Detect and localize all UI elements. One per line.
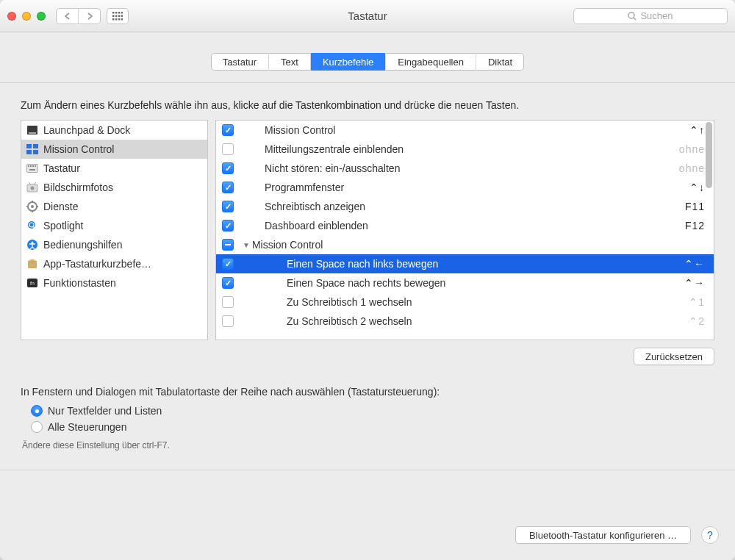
shortcut-checkbox[interactable] — [222, 143, 234, 155]
svg-rect-17 — [33, 144, 38, 148]
category-item[interactable]: Dienste — [21, 197, 207, 216]
category-icon — [26, 162, 39, 174]
svg-rect-6 — [118, 15, 121, 17]
svg-rect-23 — [32, 165, 34, 167]
shortcut-row[interactable]: Mission Control⌃↑ — [216, 121, 714, 140]
svg-point-12 — [628, 12, 634, 18]
category-list[interactable]: Launchpad & DockMission ControlTastaturB… — [21, 120, 208, 340]
reset-button[interactable]: Zurücksetzen — [634, 348, 714, 365]
shortcut-row[interactable]: Nicht stören: ein-/ausschaltenohne — [216, 159, 714, 178]
category-item[interactable]: Spotlight — [21, 216, 207, 235]
shortcut-checkbox[interactable] — [222, 239, 234, 251]
shortcut-keys[interactable]: ohne — [679, 162, 705, 174]
shortcut-checkbox[interactable] — [222, 124, 234, 136]
shortcut-row[interactable]: Mitteilungszentrale einblendenohne — [216, 140, 714, 159]
shortcut-keys[interactable]: F11 — [685, 201, 705, 212]
disclosure-triangle-icon[interactable]: ▼ — [243, 241, 250, 249]
category-label: Bildschirmfotos — [43, 182, 113, 193]
tab-diktat[interactable]: Diktat — [476, 53, 524, 71]
category-label: Spotlight — [43, 220, 83, 231]
close-window-button[interactable] — [7, 12, 16, 21]
bluetooth-keyboard-button[interactable]: Bluetooth-Tastatur konfigurieren … — [515, 526, 691, 544]
shortcut-label: Einen Space nach rechts bewegen — [287, 277, 677, 289]
svg-point-27 — [31, 187, 35, 190]
category-icon: fn — [26, 277, 39, 289]
category-item[interactable]: Bildschirmfotos — [21, 178, 207, 197]
category-label: Dienste — [43, 201, 78, 212]
tab-text[interactable]: Text — [269, 53, 311, 71]
shortcut-row[interactable]: Zu Schreibtisch 1 wechseln⌃1 — [216, 292, 714, 312]
shortcut-checkbox[interactable] — [222, 258, 234, 270]
shortcut-keys[interactable]: F12 — [685, 220, 705, 231]
tab-tastatur[interactable]: Tastatur — [211, 53, 269, 71]
svg-rect-5 — [115, 15, 118, 17]
shortcut-keys[interactable]: ⌃↓ — [689, 182, 705, 193]
svg-line-13 — [634, 18, 636, 20]
scrollbar[interactable] — [706, 122, 712, 188]
svg-rect-22 — [30, 165, 32, 167]
shortcut-label: Nicht stören: ein-/ausschalten — [265, 162, 672, 174]
shortcut-list[interactable]: Mission Control⌃↑Mitteilungszentrale ein… — [215, 120, 714, 340]
show-all-button[interactable] — [107, 8, 129, 24]
radio-all-controls[interactable]: Alle Steuerungen — [31, 421, 714, 433]
back-button[interactable] — [56, 8, 78, 24]
forward-button[interactable] — [79, 8, 101, 24]
radio-section-label: In Fenstern und Dialogen mit Tabulatorta… — [21, 386, 714, 398]
category-item[interactable]: Mission Control — [21, 140, 207, 159]
shortcut-row[interactable]: Zu Schreibtisch 2 wechseln⌃2 — [216, 312, 714, 331]
shortcut-row[interactable]: Dashboard einblendenF12 — [216, 216, 714, 235]
category-label: App-Tastaturkurzbefe… — [43, 258, 151, 270]
svg-rect-15 — [29, 132, 36, 134]
shortcut-checkbox[interactable] — [222, 277, 234, 289]
shortcut-label: Zu Schreibtisch 1 wechseln — [287, 296, 681, 308]
shortcut-row[interactable]: Schreibtisch anzeigenF11 — [216, 197, 714, 216]
search-placeholder: Suchen — [640, 10, 673, 21]
category-item[interactable]: Launchpad & Dock — [21, 121, 207, 140]
tab-kurzbefehle[interactable]: Kurzbefehle — [311, 53, 386, 71]
radio-button[interactable] — [31, 405, 43, 417]
shortcuts-panel: Zum Ändern eines Kurzbefehls wähle ihn a… — [0, 82, 735, 470]
shortcut-checkbox[interactable] — [222, 201, 234, 212]
shortcut-label: Einen Space nach links bewegen — [287, 258, 677, 270]
shortcut-keys[interactable]: ⌃2 — [689, 315, 705, 327]
shortcut-keys[interactable]: ⌃1 — [689, 296, 705, 308]
shortcut-keys[interactable]: ⌃↑ — [689, 124, 705, 136]
shortcut-row[interactable]: ▼Mission Control — [216, 235, 714, 254]
category-item[interactable]: fnFunktionstasten — [21, 273, 207, 292]
shortcut-checkbox[interactable] — [222, 296, 234, 308]
svg-rect-3 — [121, 12, 123, 14]
keyboard-navigation-section: In Fenstern und Dialogen mit Tabulatorta… — [21, 386, 714, 450]
svg-point-31 — [31, 205, 34, 208]
zoom-window-button[interactable] — [37, 12, 46, 21]
category-item[interactable]: Bedienungshilfen — [21, 235, 207, 254]
shortcut-keys[interactable]: ⌃← — [684, 258, 705, 270]
tab-eingabequellen[interactable]: Eingabequellen — [386, 53, 476, 71]
shortcut-label: Programmfenster — [265, 182, 682, 193]
shortcut-checkbox[interactable] — [222, 162, 234, 174]
category-icon — [26, 220, 39, 231]
category-label: Funktionstasten — [43, 277, 116, 289]
shortcut-checkbox[interactable] — [222, 182, 234, 193]
radio-button[interactable] — [31, 421, 43, 433]
category-item[interactable]: Tastatur — [21, 159, 207, 178]
lists-container: Launchpad & DockMission ControlTastaturB… — [21, 120, 714, 340]
shortcut-checkbox[interactable] — [222, 315, 234, 327]
help-button[interactable]: ? — [701, 526, 719, 544]
search-input[interactable]: Suchen — [573, 8, 728, 24]
svg-rect-8 — [112, 18, 115, 21]
shortcut-keys[interactable]: ⌃→ — [684, 277, 705, 289]
nav-back-forward — [56, 8, 101, 24]
minimize-window-button[interactable] — [22, 12, 31, 21]
shortcut-keys[interactable]: ohne — [679, 143, 705, 155]
category-label: Tastatur — [43, 162, 80, 174]
svg-rect-10 — [118, 18, 121, 21]
shortcut-row[interactable]: Einen Space nach rechts bewegen⌃→ — [216, 273, 714, 292]
category-icon — [26, 143, 39, 155]
svg-point-40 — [32, 242, 34, 244]
category-item[interactable]: App-Tastaturkurzbefe… — [21, 254, 207, 273]
radio-text-fields-lists[interactable]: Nur Textfelder und Listen — [31, 405, 714, 417]
shortcut-checkbox[interactable] — [222, 220, 234, 231]
shortcut-row[interactable]: Programmfenster⌃↓ — [216, 178, 714, 197]
shortcut-row[interactable]: Einen Space nach links bewegen⌃← — [216, 254, 714, 273]
category-icon — [26, 239, 39, 251]
